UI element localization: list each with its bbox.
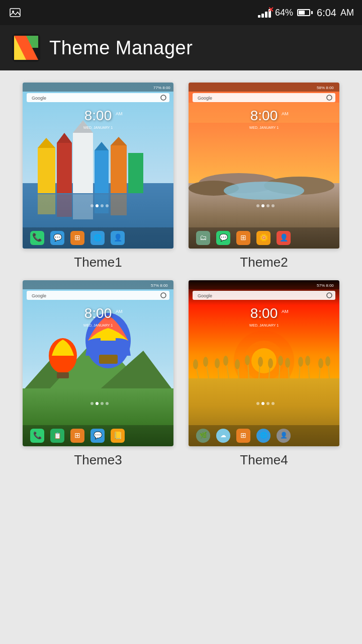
svg-text:📒: 📒 xyxy=(114,431,123,440)
svg-point-68 xyxy=(272,204,275,207)
theme-grid: 77% 8:00 Google 8:00 AM WED, JANUARY 1 📞 xyxy=(0,70,362,480)
svg-text:⊞: ⊞ xyxy=(240,233,246,242)
svg-point-67 xyxy=(266,204,269,207)
svg-rect-29 xyxy=(27,93,169,102)
svg-text:AM: AM xyxy=(282,111,289,116)
svg-text:🌿: 🌿 xyxy=(200,431,207,439)
svg-text:🗂: 🗂 xyxy=(200,233,207,242)
svg-point-99 xyxy=(101,402,104,405)
svg-point-132 xyxy=(268,358,273,368)
svg-text:🌐: 🌐 xyxy=(260,431,267,439)
status-time: 6:04 xyxy=(317,7,336,19)
status-bar-right: ✕ 64% 6:04 AM xyxy=(258,7,354,19)
svg-point-134 xyxy=(278,356,283,366)
svg-point-130 xyxy=(258,357,263,367)
svg-rect-88 xyxy=(57,372,69,378)
svg-text:WED, JANUARY 1: WED, JANUARY 1 xyxy=(249,324,279,327)
app-header: Theme Manager xyxy=(0,25,362,70)
svg-point-126 xyxy=(235,359,240,369)
svg-rect-23 xyxy=(57,194,72,217)
theme-item-4[interactable]: 57% 8:00 Google 8:00 AM WED, JANUARY 1 🌿 xyxy=(186,280,342,468)
theme1-label: Theme1 xyxy=(74,255,122,270)
svg-text:🌼: 🌼 xyxy=(259,233,268,242)
svg-text:💬: 💬 xyxy=(53,233,62,242)
svg-text:WED, JANUARY 1: WED, JANUARY 1 xyxy=(249,126,279,129)
svg-point-155 xyxy=(266,402,269,405)
svg-text:🌐: 🌐 xyxy=(94,233,102,242)
app-logo xyxy=(12,34,40,62)
svg-point-98 xyxy=(96,402,99,405)
svg-point-56 xyxy=(224,182,304,200)
svg-rect-91 xyxy=(27,291,169,300)
svg-rect-10 xyxy=(38,148,55,193)
svg-text:Google: Google xyxy=(198,96,212,101)
svg-point-36 xyxy=(96,204,99,207)
svg-point-153 xyxy=(256,402,259,405)
svg-point-66 xyxy=(261,204,264,207)
svg-rect-21 xyxy=(128,153,143,193)
svg-text:Google: Google xyxy=(198,293,212,298)
svg-text:📞: 📞 xyxy=(33,431,42,440)
svg-text:58% 8:00: 58% 8:00 xyxy=(317,86,334,90)
theme4-preview[interactable]: 57% 8:00 Google 8:00 AM WED, JANUARY 1 🌿 xyxy=(189,280,339,446)
svg-point-144 xyxy=(325,356,330,366)
svg-text:57% 8:00: 57% 8:00 xyxy=(151,283,168,288)
status-ampm: AM xyxy=(340,8,354,18)
svg-rect-86 xyxy=(99,355,118,364)
svg-text:Google: Google xyxy=(32,293,46,298)
svg-point-38 xyxy=(106,204,109,207)
svg-point-124 xyxy=(223,356,228,366)
svg-text:💬: 💬 xyxy=(94,431,103,440)
svg-text:⊞: ⊞ xyxy=(74,431,80,439)
theme2-preview[interactable]: 58% 8:00 Google 8:00 AM WED, JANUARY 1 🗂 xyxy=(189,83,339,249)
svg-rect-22 xyxy=(38,194,55,214)
svg-point-120 xyxy=(203,357,208,367)
signal-icon: ✕ xyxy=(258,8,271,18)
svg-rect-26 xyxy=(111,194,127,215)
theme-item-2[interactable]: 58% 8:00 Google 8:00 AM WED, JANUARY 1 🗂 xyxy=(186,83,342,270)
svg-text:💬: 💬 xyxy=(219,233,228,242)
svg-point-156 xyxy=(272,402,275,405)
svg-point-138 xyxy=(298,357,303,367)
svg-rect-24 xyxy=(73,194,93,219)
battery-icon xyxy=(297,9,313,16)
svg-point-65 xyxy=(256,204,259,207)
no-signal-icon: ✕ xyxy=(268,6,274,14)
svg-point-37 xyxy=(101,204,104,207)
svg-rect-14 xyxy=(73,133,93,193)
theme-item-1[interactable]: 77% 8:00 Google 8:00 AM WED, JANUARY 1 📞 xyxy=(20,83,176,270)
svg-point-97 xyxy=(90,402,94,405)
svg-point-142 xyxy=(318,358,323,368)
svg-text:AM: AM xyxy=(282,309,289,314)
svg-text:⊞: ⊞ xyxy=(74,233,80,242)
app-title: Theme Manager xyxy=(49,37,193,59)
status-bar-left xyxy=(8,6,254,20)
svg-text:📞: 📞 xyxy=(32,232,42,242)
theme1-preview[interactable]: 77% 8:00 Google 8:00 AM WED, JANUARY 1 📞 xyxy=(23,83,173,249)
svg-rect-147 xyxy=(193,291,335,300)
svg-text:WED, JANUARY 1: WED, JANUARY 1 xyxy=(83,324,113,327)
svg-text:57% 8:00: 57% 8:00 xyxy=(317,283,334,288)
svg-point-136 xyxy=(285,358,290,368)
theme3-label: Theme3 xyxy=(74,452,122,468)
svg-text:AM: AM xyxy=(116,111,123,116)
svg-point-154 xyxy=(261,402,264,405)
status-bar: ✕ 64% 6:04 AM xyxy=(0,0,362,25)
svg-point-128 xyxy=(245,355,250,365)
svg-text:👤: 👤 xyxy=(280,233,289,242)
theme2-label: Theme2 xyxy=(240,255,288,270)
theme4-label: Theme4 xyxy=(240,452,288,468)
theme3-preview[interactable]: 57% 8:00 Google 8:00 AM WED, JANUARY 1 📞 xyxy=(23,280,173,446)
svg-text:⊞: ⊞ xyxy=(240,431,246,439)
svg-text:8:00: 8:00 xyxy=(84,305,112,321)
theme-item-3[interactable]: 57% 8:00 Google 8:00 AM WED, JANUARY 1 📞 xyxy=(20,280,176,468)
svg-text:Google: Google xyxy=(32,96,46,101)
svg-text:WED, JANUARY 1: WED, JANUARY 1 xyxy=(83,126,113,129)
svg-text:👤: 👤 xyxy=(114,233,123,242)
svg-point-118 xyxy=(193,359,198,369)
svg-point-100 xyxy=(106,402,109,405)
svg-rect-25 xyxy=(95,194,109,213)
svg-rect-12 xyxy=(57,143,72,193)
svg-rect-19 xyxy=(111,145,127,193)
svg-rect-27 xyxy=(23,83,173,92)
